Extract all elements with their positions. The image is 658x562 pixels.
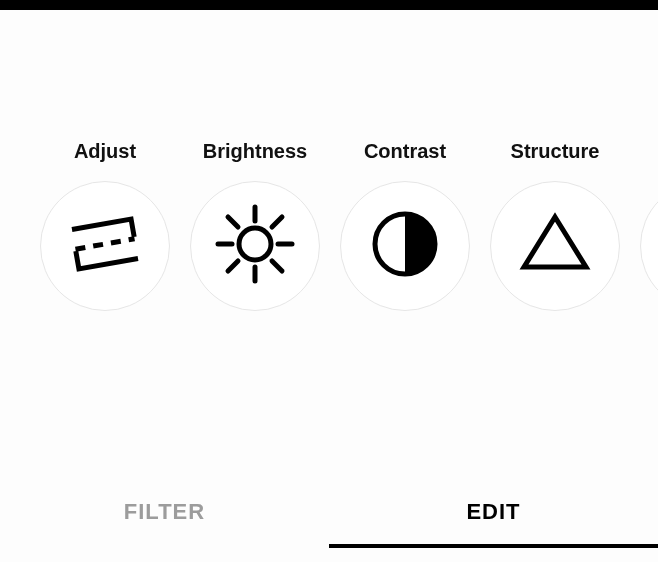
tool-label: Contrast (364, 140, 446, 163)
tool-icon-wrap (340, 181, 470, 311)
brightness-icon (210, 199, 300, 293)
svg-line-2 (111, 241, 121, 243)
tool-label: Structure (511, 140, 600, 163)
svg-line-0 (75, 247, 85, 249)
svg-point-4 (239, 228, 271, 260)
tool-brightness[interactable]: Brightness (180, 140, 330, 311)
tool-icon-wrap (40, 181, 170, 311)
svg-line-10 (272, 261, 282, 271)
tool-icon-wrap (640, 181, 658, 311)
tool-warmth[interactable]: W (630, 140, 658, 311)
tool-contrast[interactable]: Contrast (330, 140, 480, 311)
svg-line-11 (228, 261, 238, 271)
tool-icon-wrap (490, 181, 620, 311)
tool-structure[interactable]: Structure (480, 140, 630, 311)
edit-tools-row: Adjust Brightness (0, 140, 658, 311)
svg-line-9 (228, 217, 238, 227)
tab-edit[interactable]: EDIT (329, 482, 658, 542)
tab-filter[interactable]: FILTER (0, 482, 329, 542)
tool-label: Brightness (203, 140, 307, 163)
tool-adjust[interactable]: Adjust (30, 140, 180, 311)
contrast-icon (366, 205, 444, 287)
top-bar (0, 0, 658, 10)
svg-line-1 (93, 244, 103, 246)
svg-line-3 (129, 239, 135, 240)
svg-line-12 (272, 217, 282, 227)
adjust-icon (66, 205, 144, 287)
bottom-tabs: FILTER EDIT (0, 482, 658, 542)
tool-label: Adjust (74, 140, 136, 163)
structure-icon (516, 205, 594, 287)
tool-icon-wrap (190, 181, 320, 311)
svg-marker-14 (524, 217, 586, 267)
